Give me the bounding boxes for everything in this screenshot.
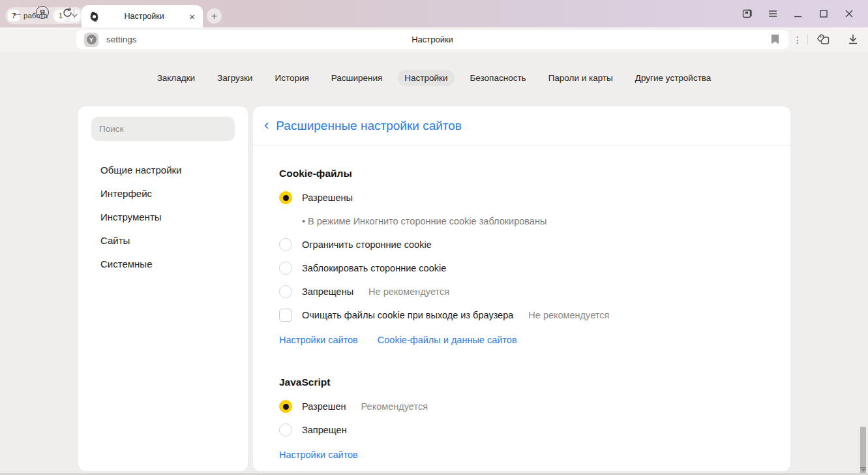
tab-settings[interactable]: Настройки × — [82, 5, 203, 27]
settings-section: Cookie-файлыРазрешены• В режиме Инкогнит… — [279, 168, 764, 352]
sidebar-item-3[interactable]: Инструменты — [91, 205, 235, 228]
section-title: JavaScript — [279, 376, 764, 388]
menu-icon[interactable] — [760, 4, 785, 23]
sections: Cookie-файлыРазрешены• В режиме Инкогнит… — [253, 146, 790, 467]
nav-item-6[interactable]: Безопасность — [464, 70, 533, 86]
section-page-title[interactable]: Расширенные настройки сайтов — [276, 119, 462, 133]
radio-option[interactable]: Запрещен — [279, 418, 764, 442]
nav-item-2[interactable]: Загрузки — [211, 70, 259, 86]
option-label: Ограничить сторонние cookie — [302, 239, 432, 250]
scrollbar-down-arrow[interactable] — [860, 467, 867, 472]
nav-item-1[interactable]: Закладки — [151, 70, 202, 86]
downloads-icon[interactable] — [838, 34, 868, 45]
nav-item-3[interactable]: История — [268, 70, 315, 86]
option-subnote: • В режиме Инкогнито сторонние cookie за… — [279, 209, 764, 233]
page-title: Настройки — [76, 35, 788, 44]
nav-item-5[interactable]: Настройки — [398, 70, 454, 86]
radio-unchecked-icon[interactable] — [279, 262, 292, 275]
settings-sidebar: Общие настройкиИнтерфейсИнструментыСайты… — [78, 106, 248, 471]
nav-item-4[interactable]: Расширения — [325, 70, 389, 86]
radio-option[interactable]: Ограничить сторонние cookie — [279, 233, 764, 256]
maximize-icon[interactable] — [811, 4, 836, 23]
option-note: Не рекомендуется — [368, 286, 449, 297]
tab-strip: 7 работа 1 Настройки × + — [0, 0, 868, 27]
yandex-home-button[interactable]: Я — [33, 3, 52, 22]
settings-nav: ЗакладкиЗагрузкиИсторияРасширенияНастрой… — [0, 70, 868, 86]
back-button[interactable]: ← — [8, 3, 26, 22]
new-tab-button[interactable]: + — [207, 8, 222, 23]
radio-unchecked-icon[interactable] — [279, 423, 292, 437]
back-chevron-icon[interactable]: ‹ — [264, 118, 269, 132]
checkbox-unchecked-icon[interactable] — [279, 309, 292, 322]
gear-icon — [89, 12, 99, 22]
section-title: Cookie-файлы — [279, 168, 764, 179]
close-icon[interactable] — [836, 4, 861, 23]
sidebar-item-1[interactable]: Общие настройки — [91, 158, 235, 181]
extensions-icon[interactable] — [808, 33, 838, 46]
radio-option[interactable]: Разрешены — [279, 186, 764, 209]
minimize-icon[interactable] — [785, 4, 811, 23]
radio-option[interactable]: Заблокировать сторонние cookie — [279, 256, 764, 280]
radio-checked-icon[interactable] — [279, 191, 292, 204]
settings-link[interactable]: Настройки сайтов — [279, 335, 358, 345]
option-note: Не рекомендуется — [528, 310, 609, 320]
radio-option[interactable]: РазрешенРекомендуется — [279, 395, 764, 418]
back-header[interactable]: ‹ Расширенные настройки сайтов — [253, 106, 790, 146]
bookmark-flag-icon[interactable] — [771, 35, 779, 47]
tab-title: Настройки — [99, 12, 189, 21]
nav-item-7[interactable]: Пароли и карты — [542, 70, 620, 86]
option-label: Разрешены — [302, 192, 353, 203]
radio-checked-icon[interactable] — [279, 400, 292, 413]
sidebar-item-5[interactable]: Системные — [91, 252, 235, 275]
refresh-button[interactable] — [58, 3, 76, 22]
option-note: Рекомендуется — [361, 401, 428, 412]
address-bar[interactable]: Y settings Настройки — [76, 30, 788, 49]
option-label: Запрещен — [302, 425, 347, 435]
sidebar-item-2[interactable]: Интерфейс — [91, 181, 235, 205]
section-links: Настройки сайтов — [279, 443, 764, 467]
settings-section: JavaScriptРазрешенРекомендуетсяЗапрещенН… — [279, 376, 764, 467]
settings-link[interactable]: Настройки сайтов — [279, 450, 358, 460]
checkbox-option[interactable]: Очищать файлы cookie при выходе из брауз… — [279, 303, 764, 327]
settings-main-panel: ‹ Расширенные настройки сайтов Cookie-фа… — [253, 106, 790, 471]
radio-unchecked-icon[interactable] — [279, 238, 292, 251]
radio-option[interactable]: ЗапрещеныНе рекомендуется — [279, 280, 764, 303]
settings-link[interactable]: Cookie-файлы и данные сайтов — [378, 335, 517, 345]
option-label: Разрешен — [302, 401, 346, 412]
tab-close-icon[interactable]: × — [189, 12, 195, 22]
option-label: Запрещены — [302, 286, 353, 297]
radio-unchecked-icon[interactable] — [279, 285, 292, 298]
option-label: Заблокировать сторонние cookie — [302, 263, 446, 273]
option-label: Очищать файлы cookie при выходе из брауз… — [302, 310, 513, 320]
yandex-logo-icon: Я — [36, 6, 49, 19]
more-options-icon[interactable]: ⋮ — [788, 35, 807, 45]
side-panel-icon[interactable] — [734, 4, 760, 23]
nav-item-8[interactable]: Другие устройства — [629, 70, 718, 86]
sidebar-list: Общие настройкиИнтерфейсИнструментыСайты… — [91, 158, 235, 275]
sidebar-item-4[interactable]: Сайты — [91, 228, 235, 252]
section-links: Настройки сайтовCookie-файлы и данные са… — [279, 328, 764, 352]
search-input[interactable] — [91, 117, 235, 141]
settings-page: ЗакладкиЗагрузкиИсторияРасширенияНастрой… — [0, 52, 868, 475]
